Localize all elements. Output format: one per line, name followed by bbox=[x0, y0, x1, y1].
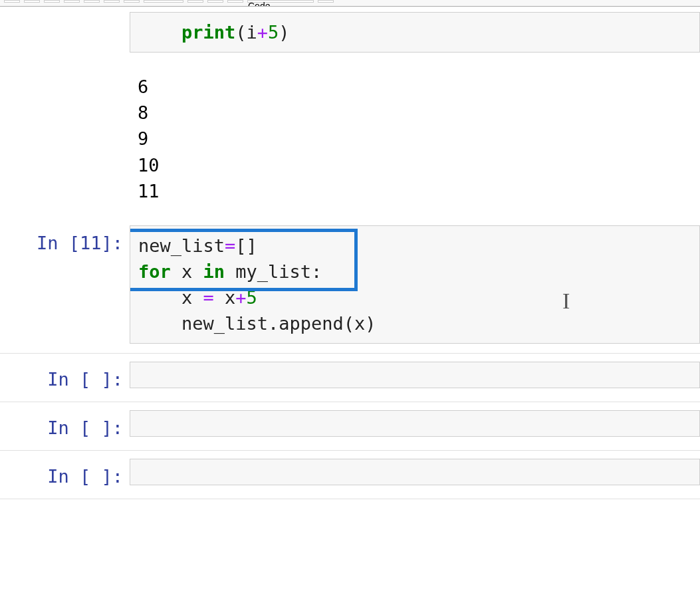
code-input[interactable] bbox=[130, 459, 700, 485]
command-palette-button[interactable] bbox=[318, 0, 334, 3]
run-button[interactable] bbox=[144, 0, 183, 3]
code-line: for x in my_list: bbox=[138, 259, 691, 285]
prompt-label: In [11]: bbox=[0, 225, 130, 256]
prompt-label: In [ ]: bbox=[0, 410, 130, 441]
copy-button[interactable] bbox=[64, 0, 80, 3]
move-down-button[interactable] bbox=[124, 0, 140, 3]
cell: In [ ]: bbox=[0, 356, 700, 398]
paste-button[interactable] bbox=[84, 0, 100, 3]
code-line: print(i+5) bbox=[138, 19, 691, 45]
code-input[interactable]: new_list=[]for x in my_list: x = x+5 new… bbox=[130, 225, 700, 344]
code-input[interactable] bbox=[130, 410, 700, 437]
output-text: 6 8 9 10 11 bbox=[130, 67, 700, 211]
toolbar: Code bbox=[0, 0, 700, 7]
prompt-label bbox=[0, 67, 130, 72]
code-line: new_list.append(x) bbox=[138, 310, 691, 336]
prompt-label: In [ ]: bbox=[0, 362, 130, 392]
prompt-label bbox=[0, 12, 130, 17]
cell-separator bbox=[0, 499, 700, 499]
cell: In [ ]: bbox=[0, 405, 700, 446]
cell-separator bbox=[0, 353, 700, 354]
prompt-label: In [ ]: bbox=[0, 459, 130, 489]
save-button[interactable] bbox=[4, 0, 20, 3]
notebook-area: print(i+5)6 8 9 10 11In [11]:new_list=[]… bbox=[0, 7, 700, 499]
cell-separator bbox=[0, 450, 700, 451]
stop-button[interactable] bbox=[187, 0, 203, 3]
cell: 6 8 9 10 11 bbox=[0, 62, 700, 216]
code-input[interactable] bbox=[130, 362, 700, 388]
cut-button[interactable] bbox=[44, 0, 60, 3]
move-up-button[interactable] bbox=[104, 0, 120, 3]
code-line: x = x+5 bbox=[138, 285, 691, 310]
cell: print(i+5) bbox=[0, 7, 700, 58]
celltype-select[interactable]: Code bbox=[247, 0, 314, 3]
restart-run-button[interactable] bbox=[227, 0, 243, 3]
cell: In [11]:new_list=[]for x in my_list: x =… bbox=[0, 220, 700, 350]
code-input[interactable]: print(i+5) bbox=[130, 12, 700, 53]
cell: In [ ]: bbox=[0, 453, 700, 495]
add-cell-button[interactable] bbox=[24, 0, 40, 3]
code-line: new_list=[] bbox=[138, 233, 691, 259]
cell-separator bbox=[0, 402, 700, 402]
restart-button[interactable] bbox=[207, 0, 223, 3]
